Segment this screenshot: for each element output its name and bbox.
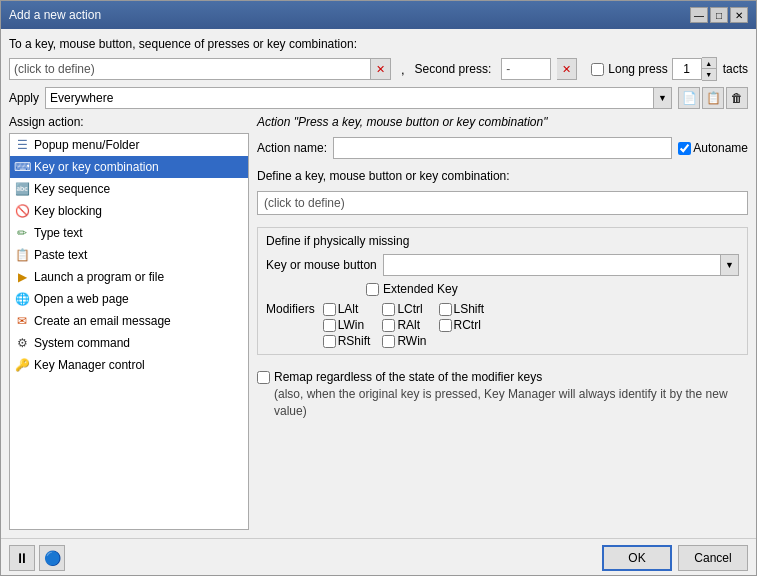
key-combo-icon: ⌨: [14, 159, 30, 175]
lalt-checkbox[interactable]: [323, 303, 336, 316]
lwin-label: LWin: [338, 318, 364, 332]
action-name-input[interactable]: [333, 137, 672, 159]
action-label-keymgr: Key Manager control: [34, 358, 145, 372]
define-label: Define a key, mouse button or key combin…: [257, 169, 748, 183]
key-clear-button[interactable]: ✕: [371, 58, 391, 80]
action-item-paste-text[interactable]: 📋 Paste text: [10, 244, 248, 266]
action-label-email: Create an email message: [34, 314, 171, 328]
action-item-key-seq[interactable]: 🔤 Key sequence: [10, 178, 248, 200]
action-label-popup: Popup menu/Folder: [34, 138, 139, 152]
bottom-icon-blue[interactable]: 🔵: [39, 545, 65, 571]
lalt-label: LAlt: [338, 302, 359, 316]
action-item-keymgr[interactable]: 🔑 Key Manager control: [10, 354, 248, 376]
define-input[interactable]: [257, 191, 748, 215]
autoname-checkbox[interactable]: [678, 142, 691, 155]
second-press-input[interactable]: [501, 58, 551, 80]
sys-cmd-icon: ⚙: [14, 335, 30, 351]
assign-label: Assign action:: [9, 115, 249, 129]
second-clear-icon: ✕: [562, 63, 571, 76]
long-press-tacts-input[interactable]: [672, 58, 702, 80]
lctrl-label: LCtrl: [397, 302, 422, 316]
apply-combo[interactable]: Everywhere: [45, 87, 654, 109]
action-item-key-block[interactable]: 🚫 Key blocking: [10, 200, 248, 222]
minimize-button[interactable]: —: [690, 7, 708, 23]
email-icon: ✉: [14, 313, 30, 329]
action-label-key-seq: Key sequence: [34, 182, 110, 196]
tacts-label: tacts: [723, 62, 748, 76]
apply-label: Apply: [9, 91, 39, 105]
maximize-button[interactable]: □: [710, 7, 728, 23]
modifiers-grid: LAlt LCtrl LShift: [323, 302, 485, 348]
missing-group: Define if physically missing Key or mous…: [257, 227, 748, 355]
autoname-label: Autoname: [693, 141, 748, 155]
apply-icons: 📄 📋 🗑: [678, 87, 748, 109]
rwin-label: RWin: [397, 334, 426, 348]
action-item-email[interactable]: ✉ Create an email message: [10, 310, 248, 332]
rwin-checkbox[interactable]: [382, 335, 395, 348]
bottom-left-icons: ⏸ 🔵: [9, 545, 65, 571]
key-definition-row: To a key, mouse button, sequence of pres…: [9, 37, 748, 51]
action-label-key-block: Key blocking: [34, 204, 102, 218]
action-item-popup[interactable]: ☰ Popup menu/Folder: [10, 134, 248, 156]
long-press-checkbox[interactable]: [591, 63, 604, 76]
apply-icon-button-2[interactable]: 📋: [702, 87, 724, 109]
comma-separator: ,: [401, 62, 405, 77]
apply-combo-arrow[interactable]: ▼: [654, 87, 672, 109]
close-button[interactable]: ✕: [730, 7, 748, 23]
dialog-window: Add a new action — □ ✕ To a key, mouse b…: [0, 0, 757, 576]
extended-key-checkbox[interactable]: [366, 283, 379, 296]
apply-row: Apply Everywhere ▼ 📄 📋 🗑: [9, 87, 748, 109]
long-press-area: Long press ▲ ▼ tacts: [591, 57, 748, 81]
action-name-label: Action name:: [257, 141, 327, 155]
extended-row: Extended Key: [366, 282, 739, 296]
remap-checkbox[interactable]: [257, 371, 270, 384]
action-item-web[interactable]: 🌐 Open a web page: [10, 288, 248, 310]
key-or-mouse-combo[interactable]: [383, 254, 721, 276]
lwin-checkbox[interactable]: [323, 319, 336, 332]
rctrl-label: RCtrl: [454, 318, 481, 332]
bottom-icon-pause[interactable]: ⏸: [9, 545, 35, 571]
key-input-area: ✕: [9, 58, 391, 80]
lctrl-checkbox[interactable]: [382, 303, 395, 316]
ralt-label: RAlt: [397, 318, 420, 332]
missing-combo-arrow[interactable]: ▼: [721, 254, 739, 276]
apply-combo-wrap: Everywhere ▼: [45, 87, 672, 109]
action-name-row: Action name: Autoname: [257, 137, 748, 159]
spin-buttons: ▲ ▼: [702, 57, 717, 81]
remap-area: Remap regardless of the state of the mod…: [257, 369, 748, 419]
dialog-title: Add a new action: [9, 8, 101, 22]
rctrl-checkbox[interactable]: [439, 319, 452, 332]
apply-icon-button-1[interactable]: 📄: [678, 87, 700, 109]
spin-up-button[interactable]: ▲: [702, 58, 716, 69]
right-panel: Action "Press a key, mouse button or key…: [257, 115, 748, 530]
lshift-label: LShift: [454, 302, 485, 316]
action-label-key-combo: Key or key combination: [34, 160, 159, 174]
action-item-type-text[interactable]: ✏ Type text: [10, 222, 248, 244]
lshift-checkbox[interactable]: [439, 303, 452, 316]
dialog-body: To a key, mouse button, sequence of pres…: [1, 29, 756, 538]
missing-title: Define if physically missing: [266, 234, 739, 248]
action-label-paste-text: Paste text: [34, 248, 87, 262]
key-input[interactable]: [9, 58, 371, 80]
mod-rwin: RWin: [382, 334, 426, 348]
bottom-right-buttons: OK Cancel: [602, 545, 748, 571]
ralt-checkbox[interactable]: [382, 319, 395, 332]
main-area: Assign action: ☰ Popup menu/Folder ⌨ Key…: [9, 115, 748, 530]
action-item-launch[interactable]: ▶ Launch a program or file: [10, 266, 248, 288]
spin-down-button[interactable]: ▼: [702, 69, 716, 80]
type-text-icon: ✏: [14, 225, 30, 241]
cancel-button[interactable]: Cancel: [678, 545, 748, 571]
action-item-key-combo[interactable]: ⌨ Key or key combination: [10, 156, 248, 178]
mod-lshift: LShift: [439, 302, 485, 316]
ok-button[interactable]: OK: [602, 545, 672, 571]
rshift-checkbox[interactable]: [323, 335, 336, 348]
action-label-sys-cmd: System command: [34, 336, 130, 350]
apply-icon-button-3[interactable]: 🗑: [726, 87, 748, 109]
second-clear-button[interactable]: ✕: [557, 58, 577, 80]
action-item-sys-cmd[interactable]: ⚙ System command: [10, 332, 248, 354]
key-clear-icon: ✕: [376, 63, 385, 76]
left-panel: Assign action: ☰ Popup menu/Folder ⌨ Key…: [9, 115, 249, 530]
mod-rshift: RShift: [323, 334, 371, 348]
mod-lctrl: LCtrl: [382, 302, 426, 316]
bottom-bar: ⏸ 🔵 OK Cancel: [1, 538, 756, 575]
